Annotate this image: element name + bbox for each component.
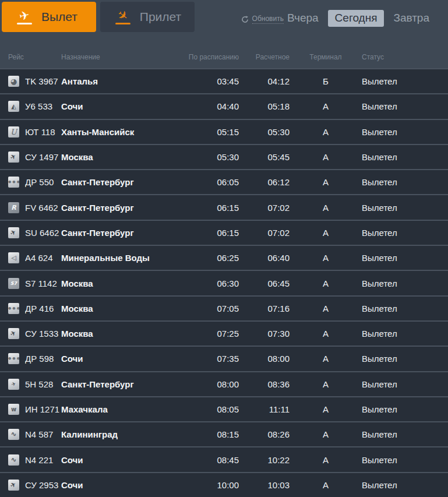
status: Вылетел xyxy=(362,253,448,263)
destination: Сочи xyxy=(61,480,175,490)
plane-takeoff-icon: ✈ xyxy=(16,10,33,24)
column-header-flight: Рейс xyxy=(8,53,61,61)
departures-board: ✈ Вылет ✈ Прилет Обновить Вчера Сегодня … xyxy=(0,0,448,497)
estimated-time: 04:12 xyxy=(239,76,290,86)
airline-logo-icon: ∿ xyxy=(8,454,19,466)
flight-number: 5Н 528 xyxy=(25,379,61,389)
status: Вылетел xyxy=(362,127,448,137)
flight-number: ДР 598 xyxy=(25,354,61,364)
flight-row[interactable]: ••• ДР 550 Санкт-Петербург 06:05 06:12 А… xyxy=(0,170,448,194)
flight-number: N4 587 xyxy=(25,429,61,439)
flight-number: СУ 1533 xyxy=(25,329,61,339)
estimated-time: 10:03 xyxy=(239,480,290,490)
column-header-scheduled: По расписанию xyxy=(175,53,239,61)
estimated-time: 11:11 xyxy=(239,404,290,414)
destination: Сочи xyxy=(61,354,175,364)
flight-row[interactable]: U ЮТ 118 Ханты-Мансийск 05:15 05:30 А Вы… xyxy=(0,120,448,144)
destination: Москва xyxy=(61,304,175,313)
destination: Сочи xyxy=(61,101,175,111)
status: Вылетел xyxy=(362,228,448,238)
estimated-time: 06:12 xyxy=(239,177,290,187)
destination: Махачкала xyxy=(61,404,175,414)
refresh-button[interactable]: Обновить xyxy=(241,15,284,24)
flight-table-body: ◕ TK 3967 Анталья 03:45 04:12 Б Вылетел … xyxy=(0,68,448,497)
flight-number: A4 624 xyxy=(25,253,61,263)
table-header: Рейс Назначение По расписанию Расчетное … xyxy=(0,33,448,68)
scheduled-time: 05:30 xyxy=(175,152,239,162)
terminal: А xyxy=(290,177,362,187)
status: Вылетел xyxy=(362,404,448,414)
flight-row[interactable]: ✈ SU 6462 Санкт-Петербург 06:15 07:02 А … xyxy=(0,221,448,245)
day-tab-yesterday[interactable]: Вчера xyxy=(284,10,322,27)
flight-row[interactable]: w ИН 1271 Махачкала 08:05 11:11 А Вылете… xyxy=(0,397,448,421)
scheduled-time: 06:15 xyxy=(175,203,239,213)
airline-logo-icon: ◭ xyxy=(8,101,19,112)
estimated-time: 07:02 xyxy=(239,203,290,213)
status: Вылетел xyxy=(362,480,448,490)
scheduled-time: 06:05 xyxy=(175,177,239,187)
estimated-time: 07:16 xyxy=(239,304,290,313)
destination: Москва xyxy=(61,329,175,339)
flight-row[interactable]: ✈ СУ 2953 Сочи 10:00 10:03 А Вылетел xyxy=(0,473,448,497)
flight-row[interactable]: S7 S7 1142 Москва 06:30 06:45 А Вылетел xyxy=(0,271,448,295)
destination: Минеральные Воды xyxy=(61,253,175,263)
terminal: А xyxy=(290,480,362,490)
flight-row[interactable]: ✈ СУ 1533 Москва 07:25 07:30 А Вылетел xyxy=(0,322,448,346)
status: Вылетел xyxy=(362,304,448,313)
estimated-time: 06:45 xyxy=(239,279,290,288)
airline-logo-icon: U xyxy=(8,126,19,138)
flight-row[interactable]: ✈ СУ 1497 Москва 05:30 05:45 А Вылетел xyxy=(0,145,448,169)
estimated-time: 06:40 xyxy=(239,253,290,263)
flight-number: SU 6462 xyxy=(25,228,61,238)
scheduled-time: 08:00 xyxy=(175,379,239,389)
terminal: А xyxy=(290,329,362,339)
column-header-status: Статус xyxy=(362,53,448,61)
tab-arrivals[interactable]: ✈ Прилет xyxy=(100,2,195,32)
top-toolbar: ✈ Вылет ✈ Прилет Обновить Вчера Сегодня … xyxy=(0,0,448,33)
day-tab-today[interactable]: Сегодня xyxy=(328,10,384,27)
destination: Санкт-Петербург xyxy=(61,177,175,187)
column-header-destination: Назначение xyxy=(61,53,175,61)
airline-logo-icon: ✈ xyxy=(8,328,19,339)
status: Вылетел xyxy=(362,279,448,288)
estimated-time: 08:36 xyxy=(239,379,290,389)
status: Вылетел xyxy=(362,354,448,364)
flight-row[interactable]: ∿ N4 221 Сочи 08:45 10:22 А Вылетел xyxy=(0,447,448,471)
flight-row[interactable]: ◕ TK 3967 Анталья 03:45 04:12 Б Вылетел xyxy=(0,69,448,93)
day-tab-tomorrow[interactable]: Завтра xyxy=(390,10,433,27)
status: Вылетел xyxy=(362,177,448,187)
destination: Сочи xyxy=(61,455,175,465)
flight-row[interactable]: ◭ У6 533 Сочи 04:40 05:18 А Вылетел xyxy=(0,94,448,118)
destination: Ханты-Мансийск xyxy=(61,127,175,137)
scheduled-time: 07:05 xyxy=(175,304,239,313)
flight-row[interactable]: ✈ 5Н 528 Санкт-Петербург 08:00 08:36 А В… xyxy=(0,372,448,396)
airline-logo-icon: S7 xyxy=(8,278,19,289)
destination: Москва xyxy=(61,152,175,162)
flight-number: У6 533 xyxy=(25,101,61,111)
flight-row[interactable]: ••• ДР 598 Сочи 07:35 08:00 А Вылетел xyxy=(0,347,448,371)
destination: Санкт-Петербург xyxy=(61,203,175,213)
scheduled-time: 06:15 xyxy=(175,228,239,238)
flight-row[interactable]: R FV 6462 Санкт-Петербург 06:15 07:02 А … xyxy=(0,195,448,219)
flight-row[interactable]: ••• ДР 416 Москва 07:05 07:16 А Вылетел xyxy=(0,297,448,320)
scheduled-time: 08:15 xyxy=(175,429,239,439)
flight-number: СУ 1497 xyxy=(25,152,61,162)
terminal: А xyxy=(290,429,362,439)
scheduled-time: 08:05 xyxy=(175,404,239,414)
flight-row[interactable]: ◁ A4 624 Минеральные Воды 06:25 06:40 А … xyxy=(0,246,448,270)
terminal: А xyxy=(290,304,362,313)
flight-number: ДР 550 xyxy=(25,177,61,187)
refresh-icon xyxy=(241,16,249,23)
airline-logo-icon: ◕ xyxy=(8,76,19,87)
flight-row[interactable]: ∿ N4 587 Калининград 08:15 08:26 А Вылет… xyxy=(0,422,448,446)
airline-logo-icon: ••• xyxy=(8,353,19,364)
tab-departures[interactable]: ✈ Вылет xyxy=(2,2,96,32)
terminal: А xyxy=(290,404,362,414)
flight-number: TK 3967 xyxy=(25,76,61,86)
estimated-time: 07:02 xyxy=(239,228,290,238)
estimated-time: 10:22 xyxy=(239,455,290,465)
destination: Калининград xyxy=(61,429,175,439)
destination: Анталья xyxy=(61,76,175,86)
terminal: А xyxy=(290,127,362,137)
scheduled-time: 05:15 xyxy=(175,127,239,137)
